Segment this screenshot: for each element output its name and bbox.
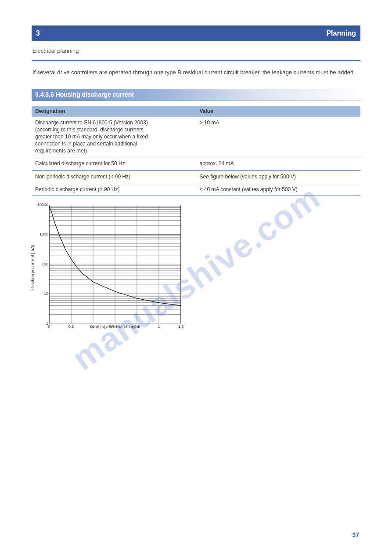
xtick: 0.8 (134, 324, 140, 329)
ytick: 10 (44, 291, 48, 296)
chart-ylabel: Discharge current [mA] (30, 244, 35, 289)
header-bar: 3 Planning (32, 25, 360, 41)
spec-table: Designation Value Discharge current to E… (32, 106, 360, 196)
section-title: Planning (326, 29, 356, 37)
chart-plot (49, 205, 181, 323)
table-row: Non-periodic discharge current (< 90 Hz)… (32, 170, 360, 183)
table-header-designation: Designation (32, 106, 196, 116)
table-cell: Calculated discharge current for 50 Hz (32, 157, 196, 170)
table-row: Periodic discharge current (> 90 Hz) < 4… (32, 183, 360, 196)
table-cell: < 40 mA constant (values apply for 500 V… (196, 183, 361, 196)
ytick: 1000 (40, 232, 48, 236)
ytick: 100 (42, 262, 48, 266)
xtick: 1.2 (178, 324, 184, 329)
section-heading: 3.4.3.6 Housing discharge current (32, 89, 360, 101)
table-cell: Non-periodic discharge current (< 90 Hz) (32, 170, 196, 183)
table-cell: > 10 mA (196, 116, 361, 157)
table-cell: Discharge current to EN 61800-5 (Version… (32, 116, 196, 157)
ytick: 10000 (37, 203, 48, 207)
xtick: 0.6 (112, 324, 118, 329)
xtick: 1 (158, 324, 160, 329)
table-header-value: Value (196, 106, 361, 116)
table-cell: See figure below (values apply for 500 V… (196, 170, 361, 183)
section-number: 3 (36, 29, 40, 37)
table-row: Discharge current to EN 61800-5 (Version… (32, 116, 360, 157)
xtick: 0 (48, 324, 50, 329)
xtick: 0.2 (68, 324, 74, 329)
xtick: 0.4 (90, 324, 96, 329)
page-number: 37 (352, 531, 359, 538)
body-note: If several drive controllers are operate… (32, 69, 360, 76)
table-row: Calculated discharge current for 50 Hz a… (32, 157, 360, 170)
table-cell: approx. 24 mA (196, 157, 361, 170)
discharge-current-chart: Discharge current [mA] 1 10 100 1000 100… (49, 205, 360, 329)
table-cell: Periodic discharge current (> 90 Hz) (32, 183, 196, 196)
subheader: Electrical planning (32, 41, 360, 61)
